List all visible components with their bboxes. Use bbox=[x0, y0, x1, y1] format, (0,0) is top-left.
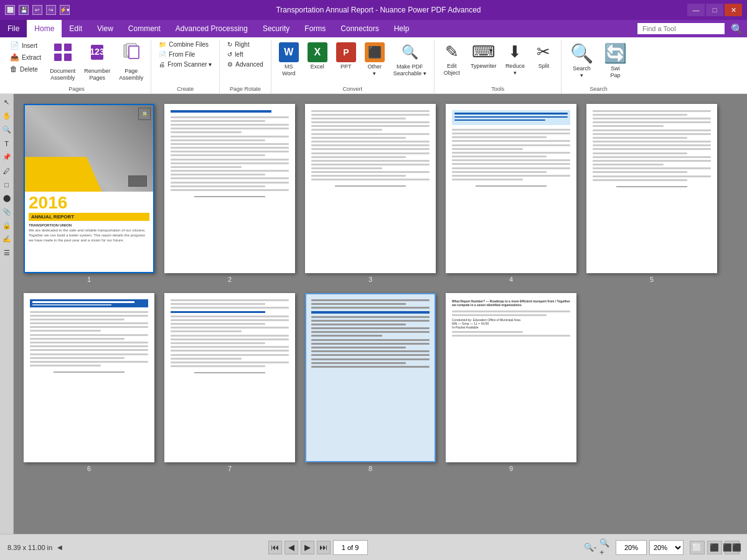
delete-button[interactable]: 🗑 Delete bbox=[6, 63, 45, 75]
search-button[interactable]: 🔍 Search▾ bbox=[565, 40, 598, 82]
page4-blue-box bbox=[452, 110, 570, 125]
ribbon-group-pages: 📄 Insert 📤 Extract 🗑 Delete DocumentAsse… bbox=[2, 40, 151, 93]
redo-icon[interactable]: ↪ bbox=[46, 5, 56, 15]
ppt-button[interactable]: P PPT bbox=[332, 40, 360, 73]
page-input[interactable] bbox=[333, 540, 368, 555]
zoom-out-button[interactable]: 🔍- bbox=[583, 541, 597, 554]
cover-title-bar: ANNUAL REPORT bbox=[29, 213, 149, 221]
extract-button[interactable]: 📤 Extract bbox=[6, 52, 45, 63]
zoom-select[interactable]: 20% 50% 75% 100% 150% bbox=[649, 540, 684, 555]
split-button[interactable]: ✂ Split bbox=[530, 40, 557, 72]
excel-button[interactable]: X Excel bbox=[304, 40, 331, 73]
page-label-5: 5 bbox=[650, 276, 654, 283]
page-label-4: 4 bbox=[509, 276, 513, 283]
from-scanner-button[interactable]: 🖨 From Scanner ▾ bbox=[155, 60, 215, 69]
insert-button[interactable]: 📄 Insert bbox=[6, 40, 45, 51]
ms-word-button[interactable]: W MSWord bbox=[275, 40, 303, 80]
sidebar-tool-stamp[interactable]: ⬤ bbox=[1, 192, 13, 205]
find-tool-search-icon[interactable]: 🔍 bbox=[727, 23, 747, 35]
find-tool-input[interactable] bbox=[637, 23, 725, 34]
maximize-button[interactable]: □ bbox=[706, 4, 723, 16]
menu-help[interactable]: Help bbox=[387, 20, 417, 37]
last-page-button[interactable]: ⏭ bbox=[317, 541, 331, 554]
thumbnail-9[interactable]: What Report Number? — Roadmap to a more … bbox=[446, 293, 576, 462]
svg-rect-8 bbox=[129, 46, 139, 58]
sidebar-tool-list[interactable]: ☰ bbox=[1, 247, 13, 259]
combine-files-button[interactable]: 📁 Combine Files bbox=[155, 40, 215, 49]
quick-access-icon[interactable]: ⚡▾ bbox=[60, 5, 70, 15]
zoom-in-button[interactable]: 🔍+ bbox=[599, 541, 613, 554]
single-page-view-button[interactable]: ⬜ bbox=[690, 541, 705, 554]
thumbnail-7[interactable] bbox=[164, 293, 295, 462]
right-button[interactable]: ↻ Right bbox=[223, 40, 266, 49]
make-pdf-label: Make PDFSearchable ▾ bbox=[393, 63, 426, 77]
sidebar-tool-hand[interactable]: ✋ bbox=[1, 110, 13, 123]
ribbon: 📄 Insert 📤 Extract 🗑 Delete DocumentAsse… bbox=[0, 37, 747, 94]
sidebar-tool-text[interactable]: T bbox=[1, 138, 13, 150]
next-page-button[interactable]: ▶ bbox=[301, 541, 314, 554]
menu-security[interactable]: Security bbox=[255, 20, 297, 37]
from-file-button[interactable]: 📄 From File bbox=[155, 50, 215, 59]
sidebar-tool-lock[interactable]: 🔒 bbox=[1, 220, 13, 232]
menu-file[interactable]: File bbox=[0, 20, 27, 37]
ms-word-label: MSWord bbox=[282, 63, 295, 77]
sidebar-tool-attachment[interactable]: 📎 bbox=[1, 206, 13, 218]
menu-connectors[interactable]: Connectors bbox=[333, 20, 386, 37]
menu-forms[interactable]: Forms bbox=[297, 20, 333, 37]
reduce-button[interactable]: ⬇ Reduce▾ bbox=[501, 40, 529, 79]
save-icon[interactable]: 💾 bbox=[19, 5, 29, 15]
menu-home[interactable]: Home bbox=[27, 20, 62, 37]
page-label-7: 7 bbox=[228, 465, 232, 472]
search-buttons: 🔍 Search▾ 🔄 SwiPap bbox=[565, 40, 631, 84]
sidebar-tool-annotate[interactable]: 📌 bbox=[1, 151, 13, 164]
sidebar-tool-shapes[interactable]: □ bbox=[1, 179, 13, 191]
thumbnail-4[interactable] bbox=[446, 104, 576, 273]
thumbnail-6[interactable] bbox=[24, 293, 154, 462]
page2-footer-line bbox=[194, 196, 265, 197]
reduce-icon: ⬇ bbox=[508, 42, 522, 62]
rotate-small-btns: ↻ Right ↺ left ⚙ Advanced bbox=[223, 40, 266, 69]
view-buttons: ⬜ ⬛ ⬛⬛ bbox=[690, 541, 740, 554]
left-button[interactable]: ↺ left bbox=[223, 50, 266, 59]
menu-advanced-processing[interactable]: Advanced Processing bbox=[168, 20, 255, 37]
first-page-button[interactable]: ⏮ bbox=[268, 541, 282, 554]
renumber-pages-button[interactable]: 123 RenumberPages bbox=[80, 40, 114, 84]
minimize-button[interactable]: — bbox=[687, 4, 705, 16]
thumb-item-9: What Report Number? — Roadmap to a more … bbox=[446, 293, 576, 472]
thumbnail-5[interactable] bbox=[586, 104, 717, 273]
advanced-button[interactable]: ⚙ Advanced bbox=[223, 60, 266, 69]
swi-pap-button[interactable]: 🔄 SwiPap bbox=[599, 40, 631, 82]
make-pdf-button[interactable]: 🔍 Make PDFSearchable ▾ bbox=[390, 40, 430, 80]
sidebar-tool-sign[interactable]: ✍ bbox=[1, 233, 13, 246]
thumbnail-8[interactable] bbox=[305, 293, 436, 462]
continuous-view-button[interactable]: ⬛ bbox=[707, 541, 722, 554]
other-button[interactable]: ⬛ Other▾ bbox=[361, 40, 388, 80]
cover-image bbox=[25, 105, 153, 192]
sidebar-tool-highlight[interactable]: 🖊 bbox=[1, 165, 13, 177]
close-button[interactable]: ✕ bbox=[725, 4, 742, 16]
prev-page-button[interactable]: ◀ bbox=[284, 541, 298, 554]
zoom-input[interactable] bbox=[616, 540, 647, 555]
thumbnail-3[interactable] bbox=[305, 104, 436, 273]
sidebar-tool-select[interactable]: ↖ bbox=[1, 96, 13, 109]
thumbnail-1[interactable]: 🚊 2016 ANNUAL REPORT TRANSPORTION UNION … bbox=[24, 104, 154, 273]
menu-comment[interactable]: Comment bbox=[121, 20, 168, 37]
extract-icon: 📤 bbox=[10, 53, 19, 62]
page-label-8: 8 bbox=[369, 465, 372, 472]
menu-edit[interactable]: Edit bbox=[62, 20, 90, 37]
thumbnail-2[interactable] bbox=[164, 104, 295, 273]
expand-arrow[interactable]: ◀ bbox=[57, 544, 65, 551]
typewriter-button[interactable]: ⌨ Typewriter bbox=[467, 40, 500, 72]
edit-object-button[interactable]: ✎ EditObject bbox=[438, 40, 466, 79]
facing-view-button[interactable]: ⬛⬛ bbox=[725, 541, 740, 554]
document-assembly-button[interactable]: DocumentAssembly bbox=[46, 40, 79, 84]
undo-icon[interactable]: ↩ bbox=[32, 5, 42, 15]
page-rotate-group-label: Page Rotate bbox=[230, 84, 261, 93]
menu-view[interactable]: View bbox=[90, 20, 121, 37]
text-page-9: What Report Number? — Roadmap to a more … bbox=[447, 294, 575, 461]
page-assembly-icon bbox=[121, 42, 141, 67]
page-assembly-button[interactable]: PageAssembly bbox=[115, 40, 147, 84]
cover-page: 🚊 2016 ANNUAL REPORT TRANSPORTION UNION … bbox=[25, 105, 153, 272]
from-file-label: From File bbox=[169, 51, 195, 58]
sidebar-tool-zoom[interactable]: 🔍 bbox=[1, 124, 13, 136]
